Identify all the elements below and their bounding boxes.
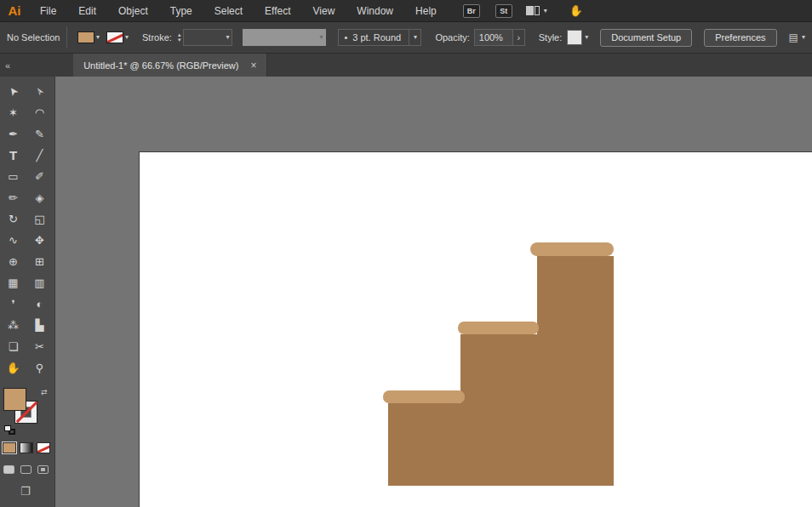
- pencil-tool[interactable]: ✏: [3, 188, 25, 208]
- menu-window[interactable]: Window: [346, 0, 404, 22]
- tool-icon: ▙: [36, 319, 44, 332]
- stair-tread-bottom[interactable]: [383, 390, 465, 403]
- brushes-badge[interactable]: Br: [463, 4, 480, 18]
- preferences-button[interactable]: Preferences: [704, 29, 776, 47]
- brush-preview-dot-icon: •: [344, 32, 347, 43]
- eraser-tool[interactable]: ◈: [29, 188, 51, 208]
- type-tool[interactable]: T: [3, 145, 25, 166]
- brush-definition-dropdown[interactable]: • 3 pt. Round ▾: [338, 29, 421, 46]
- symbol-sprayer-tool[interactable]: ⁂: [3, 316, 25, 336]
- none-button[interactable]: [37, 442, 50, 453]
- menubar-icons: Br St ▾ ✋: [448, 4, 583, 18]
- tool-icon: ❏: [9, 340, 19, 353]
- brush-definition-value: • 3 pt. Round: [339, 32, 409, 43]
- stepper-down-icon[interactable]: ▾: [178, 37, 181, 43]
- menu-effect[interactable]: Effect: [254, 0, 301, 22]
- draw-normal-icon[interactable]: [3, 465, 14, 474]
- tool-icon: ✏: [9, 191, 18, 204]
- canvas-area[interactable]: [55, 77, 812, 507]
- tool-icon: ➤: [5, 84, 21, 100]
- gradient-tool[interactable]: ▥: [29, 273, 51, 293]
- eyedropper-tool[interactable]: ❜: [3, 294, 25, 315]
- rotate-tool[interactable]: ↻: [3, 209, 25, 230]
- magic-wand-tool[interactable]: ✶: [3, 103, 25, 123]
- menu-object[interactable]: Object: [107, 0, 159, 22]
- shape-builder-tool[interactable]: ⊕: [3, 252, 25, 272]
- tool-icon: ▥: [34, 276, 44, 289]
- tool-icon: ◠: [35, 106, 44, 119]
- tab-close-icon[interactable]: ×: [250, 60, 256, 71]
- selection-tool[interactable]: ➤: [3, 82, 25, 102]
- document-tab[interactable]: Untitled-1* @ 66.67% (RGB/Preview) ×: [73, 54, 267, 77]
- chevron-down-icon[interactable]: ▾: [125, 34, 129, 41]
- chevron-down-icon[interactable]: ▾: [585, 34, 588, 41]
- tool-icon: ◐: [37, 298, 43, 310]
- rectangle-tool[interactable]: ▭: [3, 167, 25, 187]
- paintbrush-tool[interactable]: ✐: [29, 167, 51, 187]
- stroke-weight-stepper[interactable]: ▴ ▾: [178, 32, 181, 43]
- width-tool[interactable]: ∿: [3, 231, 25, 251]
- slice-tool[interactable]: ✂: [29, 337, 51, 357]
- default-fill-stroke-icon[interactable]: [4, 425, 16, 435]
- zoom-tool[interactable]: ⚲: [29, 358, 51, 379]
- artboard-tool[interactable]: ❏: [3, 337, 25, 357]
- opacity-label[interactable]: Opacity:: [435, 32, 469, 43]
- tool-icon: ╱: [37, 149, 43, 162]
- tools-grid: ➤ ➢ ✶ ◠ ✒ ✎ T ╱ ▭ ✐: [0, 77, 54, 379]
- fill-indicator[interactable]: [3, 388, 26, 411]
- align-options[interactable]: ▤ ▾: [789, 31, 805, 43]
- menu-view[interactable]: View: [302, 0, 346, 22]
- direct-selection-tool[interactable]: ➢: [29, 82, 51, 102]
- draw-inside-icon[interactable]: [37, 465, 49, 474]
- menu-edit[interactable]: Edit: [67, 0, 107, 22]
- tool-icon: ▭: [8, 170, 18, 183]
- opacity-control: 100% ›: [474, 29, 525, 46]
- stairs-body-shape[interactable]: [388, 256, 614, 486]
- scale-tool[interactable]: ◱: [29, 209, 51, 230]
- fill-swatch[interactable]: [77, 31, 94, 43]
- column-graph-tool[interactable]: ▙: [29, 316, 51, 336]
- menu-type[interactable]: Type: [159, 0, 203, 22]
- mesh-tool[interactable]: ▦: [3, 273, 25, 293]
- opacity-flyout-button[interactable]: ›: [512, 30, 524, 45]
- line-segment-tool[interactable]: ╱: [29, 145, 51, 166]
- stroke-weight-dropdown[interactable]: ▾: [183, 29, 232, 46]
- hand-tool[interactable]: ✋: [3, 358, 25, 379]
- screen-mode-icon[interactable]: ❐: [20, 485, 31, 498]
- lasso-tool[interactable]: ◠: [29, 103, 51, 123]
- document-setup-button[interactable]: Document Setup: [600, 29, 692, 47]
- curvature-tool[interactable]: ✎: [29, 124, 51, 145]
- brush-dropdown-chevron[interactable]: ▾: [409, 30, 420, 45]
- artboard[interactable]: [139, 151, 812, 507]
- chevron-down-icon[interactable]: ▾: [96, 34, 100, 41]
- tool-icon: ⚲: [36, 362, 44, 374]
- menu-select[interactable]: Select: [203, 0, 254, 22]
- opacity-input[interactable]: 100%: [475, 30, 512, 45]
- styles-badge[interactable]: St: [495, 4, 512, 18]
- stroke-none-swatch[interactable]: [106, 31, 123, 43]
- swap-fill-stroke-icon[interactable]: ⇄: [41, 388, 48, 396]
- main-menu: FileEditObjectTypeSelectEffectViewWindow…: [29, 0, 448, 22]
- menu-bar: Ai FileEditObjectTypeSelectEffectViewWin…: [0, 0, 812, 22]
- tool-icon: ∿: [9, 234, 18, 247]
- stair-tread-top[interactable]: [530, 242, 614, 256]
- panel-collapse-icon[interactable]: «: [2, 60, 14, 71]
- free-transform-tool[interactable]: ✥: [29, 231, 51, 251]
- draw-behind-icon[interactable]: [20, 465, 31, 474]
- style-swatch[interactable]: [567, 30, 582, 45]
- stair-tread-middle[interactable]: [458, 322, 539, 334]
- share-hand-icon[interactable]: ✋: [569, 4, 583, 17]
- selection-status: No Selection: [7, 32, 63, 43]
- none-slash-icon: [37, 442, 50, 453]
- gradient-button[interactable]: [20, 442, 33, 453]
- workspace-switcher[interactable]: ▾: [526, 6, 547, 15]
- brush-name: 3 pt. Round: [352, 32, 401, 43]
- chevron-down-icon: ▾: [226, 34, 229, 41]
- menu-file[interactable]: File: [29, 0, 67, 22]
- tools-panel: ➤ ➢ ✶ ◠ ✒ ✎ T ╱ ▭ ✐: [0, 77, 55, 507]
- blend-tool[interactable]: ◐: [29, 294, 51, 315]
- menu-help[interactable]: Help: [404, 0, 448, 22]
- perspective-grid-tool[interactable]: ⊞: [29, 252, 51, 272]
- pen-tool[interactable]: ✒: [3, 124, 25, 145]
- color-button[interactable]: [3, 442, 16, 453]
